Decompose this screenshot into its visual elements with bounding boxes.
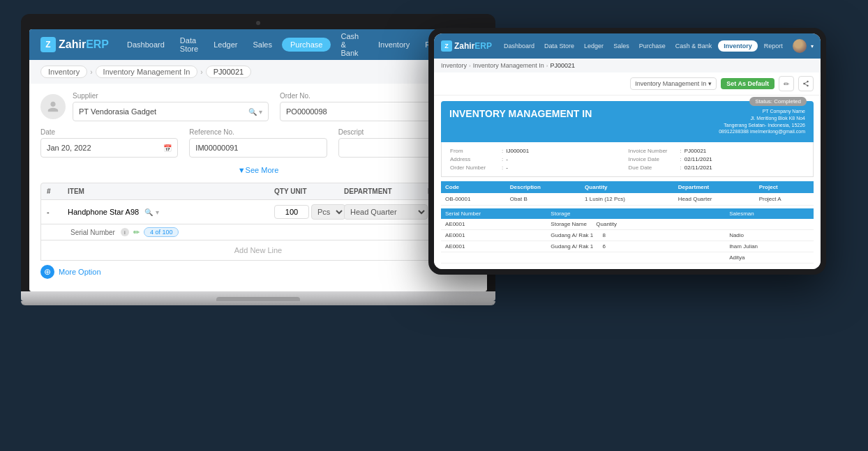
t-share-icon-btn[interactable] [798,76,814,91]
breadcrumb-pj[interactable]: PJ00021 [206,66,251,78]
serial-info-icon[interactable]: i [121,228,129,236]
t-serial-row-0: AE0001 Storage Name Quantity [441,219,814,230]
t-company-city: Tangerang Selatan- Indonesia, 15226 [719,122,805,129]
unit-select[interactable]: Pcs [311,204,345,220]
t-serial-row-2: AE0001 Gudang A/ Rak 1 6 Iham Julian [441,241,814,252]
t-nav-dashboard[interactable]: Dashboard [500,40,538,52]
t-row-code: OB-00001 [441,193,506,206]
t-col-department: Department [674,181,755,193]
col-item: ITEM [68,188,274,195]
t-address-label: Address [450,156,499,162]
nav-sales[interactable]: Sales [247,38,278,52]
breadcrumb-arrow-1: › [90,68,92,76]
t-row-quantity: 1 Lusin (12 Pcs) [581,193,674,206]
t-dropdown-select[interactable]: Inventory Management In ▾ [630,77,717,90]
more-options-label[interactable]: More Option [59,268,101,276]
t-avatar-dropdown[interactable]: ▾ [811,43,814,49]
row-num: - [47,208,68,216]
tablet-logo: Z ZahirERP [441,40,492,52]
see-more-label[interactable]: See More [246,166,279,174]
breadcrumb-arrow-2: › [200,68,202,76]
t-company-address: Jl. Meritlong Blok K8 No4 [719,115,805,122]
t-serial-storage-0: Storage Name Quantity [546,219,725,230]
reference-input[interactable]: IM00000091 [189,138,327,158]
t-avatar-image [793,39,807,53]
supplier-search-icon[interactable]: 🔍 ▾ [248,108,262,116]
t-serial-storage-2: Gudang A/ Rak 1 6 [546,241,725,252]
t-row-description: Obat B [506,193,581,206]
supplier-input[interactable]: PT Vendorasia Gadget 🔍 ▾ [73,102,269,121]
camera-bar [29,21,487,29]
t-nav-ledger[interactable]: Ledger [581,40,607,52]
nav-dashboard[interactable]: Dashboard [121,38,170,52]
t-nav-datastore[interactable]: Data Store [541,40,578,52]
more-icon-symbol: ⊕ [44,267,51,277]
t-user-avatar[interactable] [793,39,807,53]
supplier-label: Supplier [73,92,269,100]
t-serial-table: Serial Number Storage Salesman AE0001 St… [441,208,814,263]
nav-purchase[interactable]: Purchase [282,38,331,52]
t-due-date-row: Due Date : 02/11/2021 [629,165,805,171]
t-dropdown-arrow: ▾ [708,80,712,87]
nav-inventory[interactable]: Inventory [373,38,415,52]
t-nav-cash-bank[interactable]: Cash & Bank [672,40,716,52]
t-salesman-1: Nadio [725,230,814,241]
t-dropdown-label: Inventory Management In [635,80,706,87]
reference-label: Reference No. [189,128,327,136]
t-row-department: Head Quarter [674,193,755,206]
t-storage-qty-2: 6 [603,243,606,250]
t-serial-col2: Storage [546,208,725,219]
add-new-line-button[interactable]: Add New Line [40,240,476,261]
t-inv-date-label: Invoice Date [629,156,678,162]
laptop-form-content: Supplier PT Vendorasia Gadget 🔍 ▾ Order … [29,84,487,291]
t-serial-num-2: AE0001 [441,241,546,252]
breadcrumb-inventory[interactable]: Inventory [40,66,87,78]
t-company-phone: 08912288388 imeImerilong@gmail.com [719,128,805,135]
t-from-value: IJ000001 [506,148,529,154]
tablet-device: Z ZahirERP Dashboard Data Store Ledger S… [428,28,826,275]
laptop-screen: Z ZahirERP Dashboard Data Store Ledger S… [29,29,487,291]
qty-input[interactable] [274,205,309,219]
item-search-icon[interactable]: 🔍 [144,208,153,216]
t-bc-inventory[interactable]: Inventory [441,62,467,69]
calendar-icon[interactable]: 📅 [163,144,172,152]
t-storage-name-label: Storage Name [551,221,587,227]
t-table-header-row: Code Description Quantity Department Pro… [441,181,814,193]
col-num: # [47,188,68,195]
t-order-num-value: - [506,165,508,171]
date-input[interactable]: Jan 20, 2022 📅 [40,138,178,158]
t-nav-inventory[interactable]: Inventory [718,40,758,52]
t-serial-storage-3 [546,252,725,263]
item-dropdown-icon[interactable]: ▾ [156,208,159,216]
t-serial-header-row: Serial Number Storage Salesman [441,208,814,219]
t-edit-icon-btn[interactable]: ✏ [779,76,794,91]
t-logo-text: ZahirERP [454,41,492,51]
nav-ledger[interactable]: Ledger [208,38,243,52]
serial-number-row: Serial Number i ✏ 4 of 100 [40,224,476,240]
supplier-group: Supplier PT Vendorasia Gadget 🔍 ▾ [73,92,269,121]
t-invoice-number-row: Invoice Number : PJ00021 [629,148,805,154]
date-reference-row: Date Jan 20, 2022 📅 Reference No. IM0000… [40,128,476,158]
laptop-notch [216,297,300,301]
t-nav-report[interactable]: Report [761,40,786,52]
tablet-nav: Z ZahirERP Dashboard Data Store Ledger S… [434,33,821,59]
t-storage-val-2: Gudang A/ Rak 1 [551,243,593,250]
t-bc-management[interactable]: Inventory Management In [473,62,544,69]
tablet-bezel: Z ZahirERP Dashboard Data Store Ledger S… [428,28,826,275]
nav-cash-bank[interactable]: Cash & Bank [335,29,368,60]
t-col-code: Code [441,181,506,193]
t-storage-qty-label: Quantity [596,221,617,227]
breadcrumb-management-in[interactable]: Inventory Management In [96,66,198,78]
nav-datastore[interactable]: Data Store [174,33,204,56]
t-nav-purchase[interactable]: Purchase [636,40,669,52]
t-nav-sales[interactable]: Sales [610,40,633,52]
dept-select[interactable]: Head Quarter [344,204,428,220]
t-from-label: From [450,148,499,154]
t-bc-pj[interactable]: PJ00021 [550,62,575,69]
t-invoice-title: INVENTORY MANAGEMENT IN [449,108,592,119]
supplier-avatar [40,94,66,119]
more-options-icon: ⊕ [40,265,54,279]
serial-edit-icon[interactable]: ✏ [133,228,140,237]
t-set-default-button[interactable]: Set As Default [721,78,775,89]
supplier-value: PT Vendorasia Gadget [79,107,156,116]
